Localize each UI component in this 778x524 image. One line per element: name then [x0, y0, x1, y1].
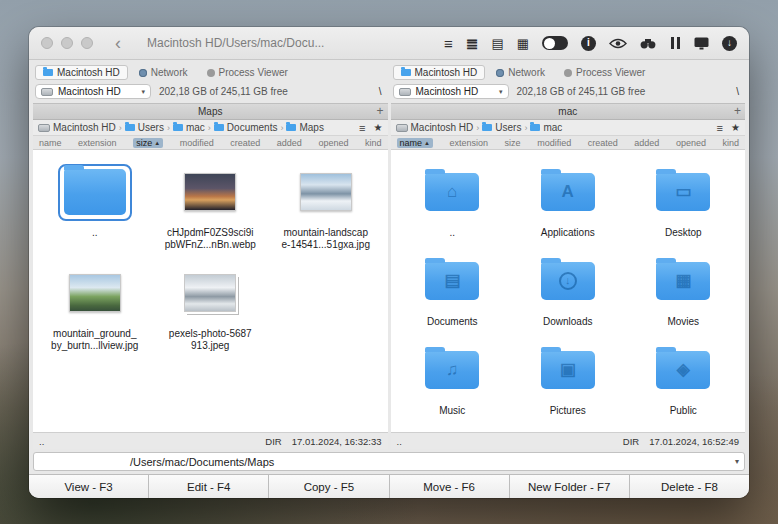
breadcrumb-item-documents[interactable]: Documents [214, 122, 278, 133]
root-shortcut-button[interactable]: \ [375, 86, 386, 97]
add-tab-button[interactable]: + [376, 104, 383, 119]
file-item[interactable]: mountain-landscape-14541...51gxa.jpg [268, 160, 384, 251]
status-type: DIR [265, 436, 281, 447]
folder-item[interactable]: AApplications [510, 160, 626, 239]
list-icon[interactable]: ≣ [466, 36, 479, 51]
folder-item[interactable]: ↓Downloads [510, 249, 626, 328]
column-header-opened[interactable]: opened [318, 138, 348, 148]
chevron-down-icon: ▾ [499, 88, 503, 96]
eye-icon[interactable] [609, 38, 627, 49]
display-icon[interactable] [694, 37, 709, 50]
disk-icon [396, 124, 408, 132]
zoom-button[interactable] [81, 37, 93, 49]
folder-item[interactable]: .. [37, 160, 153, 251]
column-header-added[interactable]: added [634, 138, 659, 148]
folder-item[interactable]: ⌂.. [395, 160, 511, 239]
drive-selector[interactable]: Macintosh HD ▾ [393, 84, 509, 99]
folder-icon [214, 124, 224, 131]
tab-network[interactable]: Network [488, 65, 553, 80]
folder-public: ◈ [656, 351, 710, 389]
breadcrumb-menu-icon[interactable]: ≡ [359, 122, 365, 134]
image-thumbnail [184, 274, 236, 312]
item-label: Music [439, 405, 465, 417]
folder-item[interactable]: ▣Pictures [510, 338, 626, 417]
column-header-modified[interactable]: modified [537, 138, 571, 148]
column-header-created[interactable]: created [588, 138, 618, 148]
view-button[interactable]: View - F3 [29, 475, 149, 498]
root-shortcut-button[interactable]: \ [732, 86, 743, 97]
crumb-label: Macintosh HD [411, 122, 474, 133]
crumb-separator: › [119, 123, 122, 133]
column-header-name[interactable]: name▲ [397, 138, 433, 148]
column-header-created[interactable]: created [230, 138, 260, 148]
breadcrumb: Macintosh HD›Users›mac≡★ [391, 120, 746, 136]
traffic-lights [41, 37, 93, 49]
folder-item[interactable]: ♫Music [395, 338, 511, 417]
column-header-added[interactable]: added [277, 138, 302, 148]
breadcrumb-item-macintosh-hd[interactable]: Macintosh HD [38, 122, 116, 133]
delete-button[interactable]: Delete - F8 [630, 475, 749, 498]
edit-button[interactable]: Edit - F4 [149, 475, 269, 498]
folder-item[interactable]: ▭Desktop [626, 160, 742, 239]
column-header-extension[interactable]: extension [450, 138, 489, 148]
add-tab-button[interactable]: + [734, 104, 741, 119]
folder-item[interactable]: ▦Movies [626, 249, 742, 328]
folder-item[interactable]: ▤Documents [395, 249, 511, 328]
grid-large-icon[interactable]: ▦ [517, 37, 529, 50]
binoculars-icon[interactable] [640, 38, 656, 49]
column-header-modified[interactable]: modified [180, 138, 214, 148]
column-header-size[interactable]: size [505, 138, 521, 148]
folder-home-glyph: ⌂ [425, 173, 479, 211]
command-line[interactable]: /Users/mac/Documents/Maps ▾ [33, 452, 745, 471]
file-item[interactable]: mountain_ground_by_burtn...llview.jpg [37, 261, 153, 352]
drive-selector[interactable]: Macintosh HD ▾ [35, 84, 151, 99]
column-header-row: name▲extensionsizemodifiedcreatedaddedop… [391, 136, 746, 150]
bookmark-star-icon[interactable]: ★ [731, 122, 740, 133]
breadcrumb-item-maps[interactable]: Maps [286, 122, 323, 133]
free-space-label: 202,18 GB of 245,11 GB free [159, 86, 288, 97]
column-header-extension[interactable]: extension [78, 138, 117, 148]
grid-small-icon[interactable]: ▤ [491, 37, 503, 50]
move-button[interactable]: Move - F6 [390, 475, 510, 498]
breadcrumb-item-mac[interactable]: mac [173, 122, 205, 133]
free-space-label: 202,18 GB of 245,11 GB free [517, 86, 646, 97]
crumb-separator: › [280, 123, 283, 133]
folder-music-glyph: ♫ [425, 351, 479, 389]
column-header-size[interactable]: size▲ [133, 138, 163, 148]
command-history-chevron-icon[interactable]: ▾ [735, 457, 739, 466]
new-folder-button[interactable]: New Folder - F7 [510, 475, 630, 498]
file-item[interactable]: cHJpdmF0ZS9sci9ipbWFnZ...nBn.webp [153, 160, 269, 251]
tab-macintosh-hd[interactable]: Macintosh HD [393, 65, 486, 80]
tab-process-viewer[interactable]: Process Viewer [556, 65, 653, 80]
disk-icon [399, 88, 411, 96]
close-button[interactable] [41, 37, 53, 49]
breadcrumb-item-users[interactable]: Users [125, 122, 164, 133]
column-header-name[interactable]: name [39, 138, 62, 148]
minimize-button[interactable] [61, 37, 73, 49]
toggle-switch[interactable] [542, 36, 568, 50]
folder-music: ♫ [425, 351, 479, 389]
pane-title-bar[interactable]: mac + [391, 103, 746, 120]
tab-process-viewer[interactable]: Process Viewer [199, 65, 296, 80]
column-header-opened[interactable]: opened [676, 138, 706, 148]
menu-icon[interactable]: ≡ [444, 36, 453, 51]
pause-icon[interactable] [669, 37, 681, 49]
download-icon[interactable]: ↓ [722, 36, 737, 51]
tab-macintosh-hd[interactable]: Macintosh HD [35, 65, 128, 80]
info-icon[interactable]: i [581, 36, 596, 51]
breadcrumb-item-macintosh-hd[interactable]: Macintosh HD [396, 122, 474, 133]
column-header-kind[interactable]: kind [365, 138, 382, 148]
column-header-kind[interactable]: kind [722, 138, 739, 148]
tab-network[interactable]: Network [131, 65, 196, 80]
folder-item[interactable]: ◈Public [626, 338, 742, 417]
item-icon-box: ▤ [425, 249, 479, 313]
file-item[interactable]: pexels-photo-5687913.jpeg [153, 261, 269, 352]
bookmark-star-icon[interactable]: ★ [374, 122, 383, 133]
breadcrumb-item-users[interactable]: Users [482, 122, 521, 133]
pane-title-bar[interactable]: Maps + [33, 103, 388, 120]
back-button[interactable]: ‹ [115, 34, 121, 52]
right-tab-bar: Macintosh HDNetworkProcess Viewer [391, 63, 746, 80]
breadcrumb-menu-icon[interactable]: ≡ [717, 122, 723, 134]
copy-button[interactable]: Copy - F5 [269, 475, 389, 498]
breadcrumb-item-mac[interactable]: mac [530, 122, 562, 133]
